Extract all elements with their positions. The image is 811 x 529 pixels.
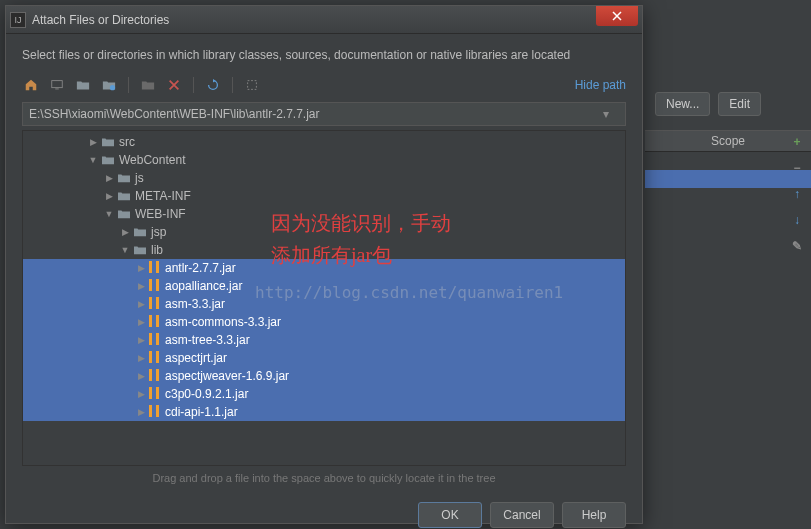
expand-arrow-icon[interactable] [135, 371, 147, 381]
delete-icon[interactable] [165, 76, 183, 94]
tree-jar-item[interactable]: cdi-api-1.1.jar [23, 403, 625, 421]
tree-node-label: js [135, 171, 144, 185]
svg-rect-3 [248, 81, 257, 90]
expand-arrow-icon[interactable] [135, 335, 147, 345]
folder-icon [117, 172, 131, 184]
tree-node-label: WEB-INF [135, 207, 186, 221]
show-hidden-icon[interactable] [243, 76, 261, 94]
expand-arrow-icon[interactable] [135, 317, 147, 327]
move-down-icon[interactable]: ↓ [789, 212, 805, 228]
expand-arrow-icon[interactable] [135, 263, 147, 273]
tree-node-label: aspectjrt.jar [165, 351, 227, 365]
new-folder-icon[interactable] [139, 76, 157, 94]
file-tree[interactable]: srcWebContentjsMETA-INFWEB-INFjsplibantl… [22, 130, 626, 466]
folder-icon [133, 226, 147, 238]
edit-pencil-icon[interactable]: ✎ [789, 238, 805, 254]
jar-file-icon [149, 297, 161, 311]
titlebar: IJ Attach Files or Directories [6, 6, 642, 34]
close-button[interactable] [596, 6, 638, 26]
tree-jar-item[interactable]: asm-3.3.jar [23, 295, 625, 313]
home-icon[interactable] [22, 76, 40, 94]
folder-icon [117, 190, 131, 202]
svg-point-2 [110, 85, 115, 90]
tree-node-label: META-INF [135, 189, 191, 203]
folder-icon [101, 136, 115, 148]
expand-arrow-icon[interactable] [119, 227, 131, 237]
tree-node-label: cdi-api-1.1.jar [165, 405, 238, 419]
desktop-icon[interactable] [48, 76, 66, 94]
jar-file-icon [149, 315, 161, 329]
tree-folder-item[interactable]: jsp [23, 223, 625, 241]
toolbar: Hide path [6, 72, 642, 102]
hide-path-link[interactable]: Hide path [575, 78, 626, 92]
attach-files-dialog: IJ Attach Files or Directories Select fi… [5, 5, 643, 524]
remove-icon[interactable]: − [789, 160, 805, 176]
folder-icon [117, 208, 131, 220]
tree-jar-item[interactable]: antlr-2.7.7.jar [23, 259, 625, 277]
tree-folder-item[interactable]: WEB-INF [23, 205, 625, 223]
tree-jar-item[interactable]: asm-tree-3.3.jar [23, 331, 625, 349]
expand-arrow-icon[interactable] [87, 155, 99, 165]
tree-folder-item[interactable]: lib [23, 241, 625, 259]
new-button[interactable]: New... [655, 92, 710, 116]
dialog-buttons: OK Cancel Help [6, 494, 642, 529]
expand-arrow-icon[interactable] [135, 299, 147, 309]
tree-folder-item[interactable]: META-INF [23, 187, 625, 205]
expand-arrow-icon[interactable] [135, 281, 147, 291]
tree-jar-item[interactable]: aopalliance.jar [23, 277, 625, 295]
tree-node-label: jsp [151, 225, 166, 239]
svg-rect-0 [52, 81, 63, 88]
toolbar-separator [232, 77, 233, 93]
close-icon [612, 11, 622, 21]
expand-arrow-icon[interactable] [135, 353, 147, 363]
app-icon: IJ [10, 12, 26, 28]
instruction-text: Select files or directories in which lib… [6, 34, 642, 72]
jar-file-icon [149, 279, 161, 293]
refresh-icon[interactable] [204, 76, 222, 94]
tree-jar-item[interactable]: asm-commons-3.3.jar [23, 313, 625, 331]
jar-file-icon [149, 261, 161, 275]
background-panel: New... Edit Scope + − ↑ ↓ ✎ [645, 0, 811, 529]
folder-icon [133, 244, 147, 256]
add-icon[interactable]: + [789, 134, 805, 150]
jar-file-icon [149, 405, 161, 419]
drag-drop-hint: Drag and drop a file into the space abov… [6, 466, 642, 494]
expand-arrow-icon[interactable] [87, 137, 99, 147]
svg-rect-1 [55, 89, 59, 90]
tree-node-label: aspectjweaver-1.6.9.jar [165, 369, 289, 383]
module-folder-icon[interactable] [100, 76, 118, 94]
expand-arrow-icon[interactable] [103, 191, 115, 201]
expand-arrow-icon[interactable] [119, 245, 131, 255]
edit-button[interactable]: Edit [718, 92, 761, 116]
cancel-button[interactable]: Cancel [490, 502, 554, 528]
tree-folder-item[interactable]: src [23, 133, 625, 151]
jar-file-icon [149, 369, 161, 383]
tree-node-label: asm-tree-3.3.jar [165, 333, 250, 347]
path-input[interactable] [29, 107, 603, 121]
tree-folder-item[interactable]: WebContent [23, 151, 625, 169]
dialog-title: Attach Files or Directories [32, 13, 596, 27]
tree-folder-item[interactable]: js [23, 169, 625, 187]
tree-node-label: asm-commons-3.3.jar [165, 315, 281, 329]
tree-node-label: antlr-2.7.7.jar [165, 261, 236, 275]
expand-arrow-icon[interactable] [135, 389, 147, 399]
tree-jar-item[interactable]: aspectjweaver-1.6.9.jar [23, 367, 625, 385]
expand-arrow-icon[interactable] [103, 173, 115, 183]
expand-arrow-icon[interactable] [135, 407, 147, 417]
tree-node-label: aopalliance.jar [165, 279, 242, 293]
tree-node-label: lib [151, 243, 163, 257]
move-up-icon[interactable]: ↑ [789, 186, 805, 202]
help-button[interactable]: Help [562, 502, 626, 528]
history-dropdown-icon[interactable]: ▾ [603, 107, 619, 121]
scope-column-header: Scope [645, 130, 811, 152]
toolbar-separator [128, 77, 129, 93]
expand-arrow-icon[interactable] [103, 209, 115, 219]
jar-file-icon [149, 333, 161, 347]
project-folder-icon[interactable] [74, 76, 92, 94]
tree-jar-item[interactable]: aspectjrt.jar [23, 349, 625, 367]
tree-node-label: c3p0-0.9.2.1.jar [165, 387, 248, 401]
path-field[interactable]: ▾ [22, 102, 626, 126]
ok-button[interactable]: OK [418, 502, 482, 528]
tree-jar-item[interactable]: c3p0-0.9.2.1.jar [23, 385, 625, 403]
folder-icon [101, 154, 115, 166]
